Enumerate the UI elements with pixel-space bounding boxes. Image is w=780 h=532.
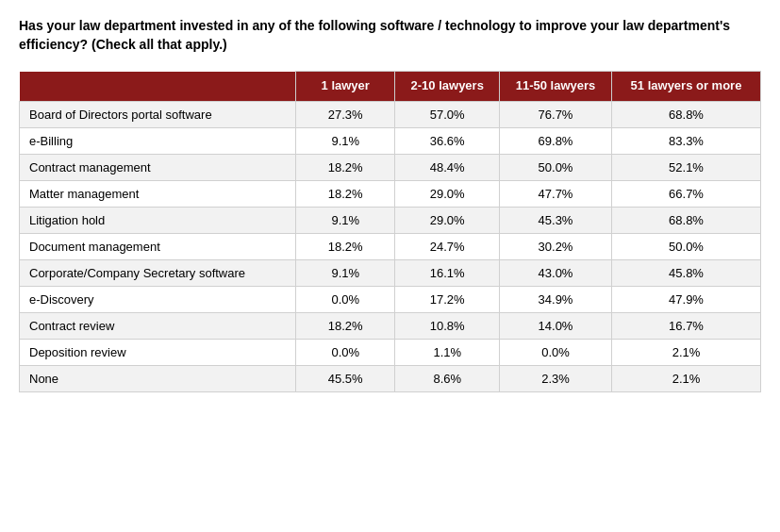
table-row: Deposition review0.0%1.1%0.0%2.1%: [20, 340, 761, 366]
row-value-col2: 24.7%: [395, 234, 500, 260]
row-value-col3: 45.3%: [500, 208, 612, 234]
row-label: Contract management: [20, 155, 296, 181]
row-value-col4: 16.7%: [612, 313, 761, 340]
row-label: Deposition review: [20, 340, 296, 366]
header-col1: 1 lawyer: [296, 72, 395, 102]
row-label: None: [20, 366, 296, 392]
row-value-col3: 14.0%: [500, 313, 612, 340]
row-value-col3: 76.7%: [500, 102, 612, 128]
row-value-col3: 0.0%: [500, 340, 612, 366]
table-row: Contract management18.2%48.4%50.0%52.1%: [20, 155, 761, 181]
header-col2: 2-10 lawyers: [395, 72, 500, 102]
row-label: Matter management: [20, 181, 296, 208]
row-value-col4: 68.8%: [612, 102, 761, 128]
row-value-col2: 10.8%: [395, 313, 500, 340]
row-value-col4: 66.7%: [612, 181, 761, 208]
row-value-col1: 9.1%: [296, 260, 395, 287]
row-value-col2: 48.4%: [395, 155, 500, 181]
table-row: e-Billing9.1%36.6%69.8%83.3%: [20, 128, 761, 155]
row-value-col4: 2.1%: [612, 366, 761, 392]
table-row: e-Discovery0.0%17.2%34.9%47.9%: [20, 287, 761, 313]
row-value-col3: 34.9%: [500, 287, 612, 313]
row-value-col3: 30.2%: [500, 234, 612, 260]
row-value-col1: 9.1%: [296, 208, 395, 234]
row-label: Contract review: [20, 313, 296, 340]
table-row: None45.5%8.6%2.3%2.1%: [20, 366, 761, 392]
row-value-col2: 16.1%: [395, 260, 500, 287]
header-empty: [20, 72, 296, 102]
table-row: Board of Directors portal software27.3%5…: [20, 102, 761, 128]
row-value-col1: 18.2%: [296, 181, 395, 208]
table-row: Corporate/Company Secretary software9.1%…: [20, 260, 761, 287]
row-value-col4: 2.1%: [612, 340, 761, 366]
row-value-col3: 43.0%: [500, 260, 612, 287]
row-value-col1: 18.2%: [296, 234, 395, 260]
header-col4: 51 lawyers or more: [612, 72, 761, 102]
row-value-col2: 1.1%: [395, 340, 500, 366]
row-value-col2: 36.6%: [395, 128, 500, 155]
row-value-col4: 45.8%: [612, 260, 761, 287]
row-value-col1: 0.0%: [296, 287, 395, 313]
row-value-col1: 18.2%: [296, 155, 395, 181]
row-value-col1: 9.1%: [296, 128, 395, 155]
row-value-col1: 27.3%: [296, 102, 395, 128]
row-value-col2: 17.2%: [395, 287, 500, 313]
row-label: e-Discovery: [20, 287, 296, 313]
row-label: Board of Directors portal software: [20, 102, 296, 128]
row-value-col2: 8.6%: [395, 366, 500, 392]
row-value-col1: 0.0%: [296, 340, 395, 366]
row-value-col1: 18.2%: [296, 313, 395, 340]
row-value-col2: 29.0%: [395, 181, 500, 208]
header-col3: 11-50 lawyers: [500, 72, 612, 102]
row-value-col4: 50.0%: [612, 234, 761, 260]
row-value-col4: 68.8%: [612, 208, 761, 234]
row-value-col4: 83.3%: [612, 128, 761, 155]
table-row: Contract review18.2%10.8%14.0%16.7%: [20, 313, 761, 340]
table-row: Litigation hold9.1%29.0%45.3%68.8%: [20, 208, 761, 234]
row-value-col2: 29.0%: [395, 208, 500, 234]
row-label: Document management: [20, 234, 296, 260]
table-row: Document management18.2%24.7%30.2%50.0%: [20, 234, 761, 260]
row-value-col3: 2.3%: [500, 366, 612, 392]
data-table-wrapper: 1 lawyer 2-10 lawyers 11-50 lawyers 51 l…: [19, 71, 761, 392]
row-value-col4: 47.9%: [612, 287, 761, 313]
row-value-col1: 45.5%: [296, 366, 395, 392]
table-row: Matter management18.2%29.0%47.7%66.7%: [20, 181, 761, 208]
row-value-col3: 69.8%: [500, 128, 612, 155]
row-label: Litigation hold: [20, 208, 296, 234]
row-value-col3: 50.0%: [500, 155, 612, 181]
survey-table: 1 lawyer 2-10 lawyers 11-50 lawyers 51 l…: [19, 71, 761, 392]
row-value-col4: 52.1%: [612, 155, 761, 181]
row-label: Corporate/Company Secretary software: [20, 260, 296, 287]
row-value-col3: 47.7%: [500, 181, 612, 208]
row-label: e-Billing: [20, 128, 296, 155]
survey-question: Has your law department invested in any …: [19, 17, 761, 54]
row-value-col2: 57.0%: [395, 102, 500, 128]
